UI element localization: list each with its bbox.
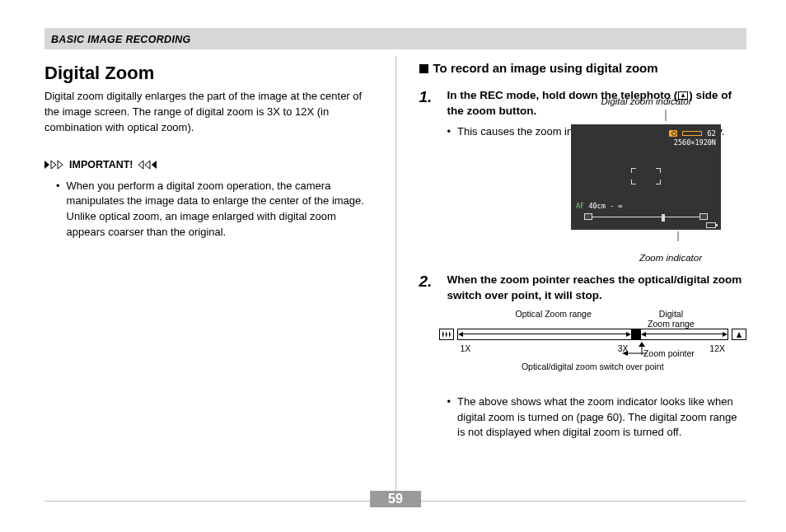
tele-endcap-icon xyxy=(732,329,746,340)
zoom-range-diagram: Optical Zoom range Digital Zoom range xyxy=(439,309,747,380)
svg-marker-15 xyxy=(622,351,628,356)
digital-zoom-indicator-callout: Digital zoom indicator xyxy=(571,96,722,106)
digital-label-b: Zoom range xyxy=(632,319,710,329)
subheading-text: To record an image using digital zoom xyxy=(433,61,658,75)
zoom-pointer-arrow-icon xyxy=(622,349,647,359)
lcd-af-prefix: AF xyxy=(576,202,584,210)
important-heading: IMPORTANT! xyxy=(44,159,372,170)
lcd-zoom-bar xyxy=(584,213,708,220)
lcd-resolution: 2560×1920N xyxy=(571,138,721,147)
lcd-shots-remaining: 62 xyxy=(707,129,716,138)
zoom-pointer-label: Zoom pointer xyxy=(643,348,695,358)
page-number: 59 xyxy=(370,491,421,507)
battery-icon xyxy=(706,222,716,228)
svg-marker-3 xyxy=(138,161,143,169)
step-1-number: 1. xyxy=(419,88,437,139)
important-left-icon xyxy=(44,161,64,169)
important-bullet-text: When you perform a digital zoom operatio… xyxy=(67,179,372,240)
digital-range-arrow-icon xyxy=(641,332,728,337)
lcd-af-range: 40cm - ∞ xyxy=(588,202,622,210)
svg-marker-0 xyxy=(44,161,49,169)
square-bullet-icon xyxy=(419,64,428,73)
right-column: To record an image using digital zoom 1.… xyxy=(419,56,747,505)
bullet-dot-icon: • xyxy=(56,179,60,240)
page-footer: 59 xyxy=(44,501,746,519)
digital-zoom-range-label: Digital Zoom range xyxy=(632,309,710,329)
left-column: Digital Zoom Digital zoom digitally enla… xyxy=(44,56,372,505)
svg-marker-4 xyxy=(145,161,150,169)
wide-endcap-icon xyxy=(439,329,454,340)
scale-12x: 12X xyxy=(709,343,725,353)
column-divider xyxy=(395,56,396,505)
svg-marker-1 xyxy=(51,161,56,169)
important-right-icon xyxy=(138,161,158,169)
tele-icon xyxy=(699,213,708,220)
svg-marker-8 xyxy=(442,331,444,338)
subheading: To record an image using digital zoom xyxy=(419,61,747,75)
svg-marker-13 xyxy=(639,342,645,347)
important-label: IMPORTANT! xyxy=(69,159,133,170)
closing-note-text: The above shows what the zoom indicator … xyxy=(457,394,746,441)
step-2-number: 2. xyxy=(419,273,437,304)
section-header-text: BASIC IMAGE RECORDING xyxy=(51,34,191,45)
focus-brackets-icon xyxy=(631,168,661,184)
svg-marker-5 xyxy=(152,161,157,169)
bullet-dot-icon: • xyxy=(447,124,451,139)
wide-icon xyxy=(584,213,592,220)
intro-text: Digital zoom digitally enlarges the part… xyxy=(44,89,372,136)
bullet-dot-icon: • xyxy=(447,394,451,441)
zoom-indicator-callout: Zoom indicator xyxy=(571,253,702,263)
lcd-af-text: AF 40cm - ∞ xyxy=(576,202,622,210)
zoom-pointer-marker-icon xyxy=(631,329,641,339)
lcd-zoom-knob-icon xyxy=(662,214,665,222)
optical-zoom-range-label: Optical Zoom range xyxy=(475,309,632,329)
section-header: BASIC IMAGE RECORDING xyxy=(44,28,746,49)
closing-note: • The above shows what the zoom indicato… xyxy=(419,394,747,441)
lcd-preview: 62 2560×1920N AF 40cm - ∞ xyxy=(571,124,721,230)
page-title: Digital Zoom xyxy=(44,63,372,84)
callout-line-icon xyxy=(571,231,722,241)
svg-marker-10 xyxy=(449,331,451,338)
svg-marker-11 xyxy=(737,332,742,338)
digital-label-a: Digital xyxy=(632,309,710,319)
svg-marker-9 xyxy=(446,331,447,338)
scale-1x: 1X xyxy=(461,343,471,353)
step-2-instruction: When the zoom pointer reaches the optica… xyxy=(447,273,747,304)
svg-marker-2 xyxy=(58,161,63,169)
important-bullet: • When you perform a digital zoom operat… xyxy=(44,179,372,240)
switch-point-label: Optical/digital zoom switch over point xyxy=(439,362,747,371)
indicator-bar-icon xyxy=(682,131,702,136)
optical-range-arrow-icon xyxy=(458,332,631,337)
callout-line-icon xyxy=(571,110,722,121)
camera-icon xyxy=(669,130,677,137)
step-2: 2. When the zoom pointer reaches the opt… xyxy=(419,273,747,304)
